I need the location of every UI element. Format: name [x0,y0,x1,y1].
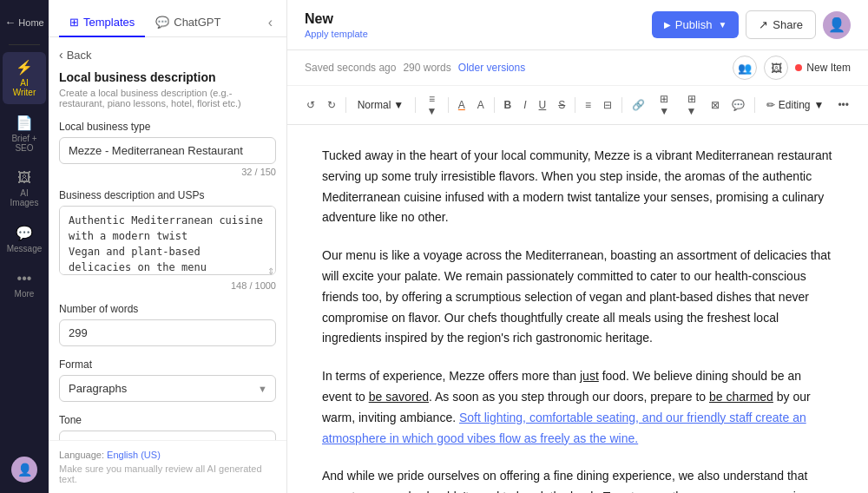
align-button[interactable]: ≡ ▼ [420,89,444,121]
image-status-icon-button[interactable]: 🖼 [764,56,788,80]
publish-button[interactable]: ▶ Publish ▼ [652,11,740,38]
editor-status-bar: Saved seconds ago 290 words Older versio… [287,50,868,86]
main-content: New Apply template ▶ Publish ▼ ↗ Share 👤… [287,0,868,493]
toolbar-more-button[interactable]: ••• [832,95,854,115]
pencil-icon: ✏ [766,99,775,111]
tone-select[interactable]: Friendly Professional Casual Formal [59,431,276,440]
back-button[interactable]: ‹ Back [59,48,276,62]
sidebar-item-ai-images[interactable]: 🖼 AI Images [3,163,46,214]
language-label: Language: [59,450,104,460]
business-type-label: Local business type [59,121,276,133]
link-button[interactable]: 🔗 [627,95,650,115]
tone-select-wrapper: Friendly Professional Casual Formal ▼ [59,431,276,440]
editor-paragraph-1: Tucked away in the heart of your local c… [322,146,833,228]
business-type-group: Local business type 32 / 150 [59,121,276,177]
publish-play-icon: ▶ [664,20,671,30]
nav-separator [9,44,40,45]
editor-paragraph-2: Our menu is like a voyage across the Med… [322,246,833,349]
undo-button[interactable]: ↺ [301,95,320,115]
strikethrough-button[interactable]: S [553,95,570,115]
editing-chevron-icon: ▼ [814,99,825,111]
nav-ai-writer-label: AI Writer [8,78,41,97]
nav-ai-images-label: AI Images [8,188,41,207]
home-icon: ← [4,16,16,29]
description-char-count: 148 / 1000 [59,280,276,291]
sidebar-item-brief-seo[interactable]: 📄 Brief + SEO [3,108,46,160]
header-right: ▶ Publish ▼ ↗ Share 👤 [652,10,851,39]
older-versions-link[interactable]: Older versions [458,62,525,74]
sidebar-collapse-button[interactable]: ‹ [265,11,276,34]
share-button[interactable]: ↗ Share [746,10,816,39]
apply-template-link[interactable]: Apply template [305,29,368,39]
words-input[interactable] [59,319,276,346]
format-style-label: Normal [358,99,391,111]
templates-tab-icon: ⊞ [69,16,79,29]
words-label: Number of words [59,303,276,315]
document-icon: 📄 [16,115,33,131]
more-dots-icon: ••• [17,271,32,286]
tone-label: Tone [59,414,276,426]
editor-content-area[interactable]: Tucked away in the heart of your local c… [287,125,868,493]
home-label: Home [18,17,43,28]
format-group: Format Paragraphs Bullet Points Mixed ▼ [59,358,276,402]
tone-group: Tone Friendly Professional Casual Formal… [59,414,276,440]
just-underline: just [580,369,599,383]
editor-paragraph-4: And while we pride ourselves on offering… [322,466,833,493]
ai-disclaimer: Make sure you manually review all AI gen… [59,463,276,484]
new-item-badge: New Item [795,62,851,74]
toolbar-separator-6 [621,97,622,113]
sidebar-item-message[interactable]: 💬 Message [3,218,46,260]
language-link[interactable]: English (US) [107,450,161,460]
description-textarea[interactable]: Authentic Mediterranean cuisine with a m… [59,206,276,275]
format-style-select[interactable]: Normal ▼ [351,95,411,115]
highlight-button[interactable]: A [472,95,490,115]
toolbar-separator-2 [415,97,416,113]
tab-templates[interactable]: ⊞ Templates [59,9,145,37]
description-group: Business description and USPs Authentic … [59,189,276,291]
toolbar-separator-3 [448,97,449,113]
language-info: Language: English (US) [59,450,276,460]
editor-toolbar: ↺ ↻ Normal ▼ ≡ ▼ A A B I U S ≡ ⊟ 🔗 ⊞ ▼ ⊞… [287,86,868,125]
back-label: Back [67,49,92,62]
saved-status: Saved seconds ago [305,62,396,74]
insert-image-button[interactable]: ⊞ ▼ [652,89,677,121]
editing-mode-label: Editing [779,99,811,111]
toolbar-separator-4 [494,97,495,113]
people-icon-button[interactable]: 👥 [733,56,757,80]
description-textarea-wrapper: Authentic Mediterranean cuisine with a m… [59,206,276,278]
table-button[interactable]: ⊞ ▼ [679,89,704,121]
avatar[interactable]: 👤 [11,457,37,483]
status-right: 👥 🖼 New Item [733,56,851,80]
words-group: Number of words [59,303,276,346]
user-avatar[interactable]: 👤 [823,11,851,39]
ambiance-link[interactable]: Soft lighting, comfortable seating, and … [322,411,806,445]
business-type-input[interactable] [59,137,276,164]
template-subtitle: Create a local business description (e.g… [59,88,276,108]
home-nav-item[interactable]: ← Home [0,10,49,34]
chatgpt-tab-label: ChatGPT [174,16,220,29]
templates-tab-label: Templates [83,16,135,29]
redo-button[interactable]: ↻ [322,95,341,115]
description-label: Business description and USPs [59,189,276,201]
new-item-dot-indicator [795,64,802,71]
italic-button[interactable]: I [518,95,531,115]
toolbar-separator-7 [754,97,755,113]
text-color-button[interactable]: A [453,95,470,115]
savored-underline: be savored [369,390,429,404]
comment-button[interactable]: 💬 [727,95,750,115]
sidebar-item-ai-writer[interactable]: ⚡ AI Writer [3,52,46,104]
format-select[interactable]: Paragraphs Bullet Points Mixed [59,375,276,402]
underline-button[interactable]: U [534,95,552,115]
left-navigation: ← Home ⚡ AI Writer 📄 Brief + SEO 🖼 AI Im… [0,0,49,493]
share-label: Share [773,18,803,31]
editing-mode-button[interactable]: ✏ Editing ▼ [760,95,832,115]
image-icon: 🖼 [17,170,31,186]
bullet-list-button[interactable]: ≡ [580,95,596,115]
tab-chatgpt[interactable]: 💬 ChatGPT [145,9,231,37]
format-style-chevron-icon: ▼ [393,99,404,111]
sidebar-item-more[interactable]: ••• More [3,264,46,306]
bold-button[interactable]: B [499,95,517,115]
clear-formatting-button[interactable]: ⊠ [706,95,725,115]
textarea-resize-handle[interactable]: ⇕ [267,266,274,276]
numbered-list-button[interactable]: ⊟ [598,95,617,115]
